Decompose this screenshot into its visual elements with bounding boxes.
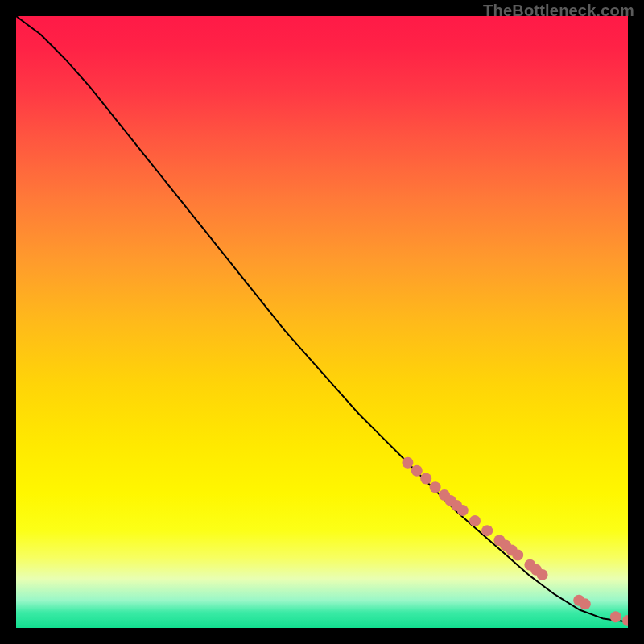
data-marker	[610, 611, 621, 622]
chart-frame: TheBottleneck.com	[0, 0, 644, 644]
gradient-background	[16, 16, 628, 628]
data-marker	[420, 473, 431, 485]
data-marker	[430, 481, 441, 493]
data-marker	[537, 569, 548, 580]
data-marker	[481, 525, 493, 536]
chart-plot-area	[16, 16, 628, 628]
data-marker	[411, 465, 423, 477]
data-marker	[457, 505, 469, 516]
data-marker	[580, 598, 591, 609]
data-marker	[469, 515, 481, 526]
data-marker	[402, 457, 413, 469]
data-marker	[512, 550, 523, 561]
